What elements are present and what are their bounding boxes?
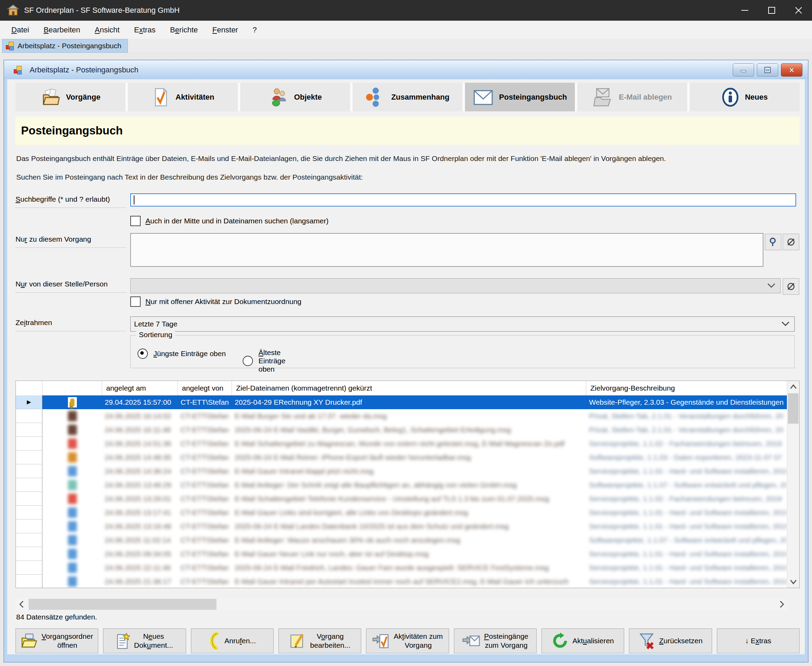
vertical-scroll-thumb[interactable]: [788, 393, 799, 424]
row-selector-cell[interactable]: [16, 437, 43, 450]
cell-angelegt-am: 24.06.2025 16:11:48: [102, 423, 178, 437]
scroll-down-icon[interactable]: [787, 576, 799, 588]
row-selector-cell[interactable]: [16, 547, 43, 561]
tab-vorgaenge[interactable]: Vorgänge: [15, 83, 125, 111]
table-row[interactable]: 24.06.2025 22:11:48 CT-ETT\Stefan 2025-0…: [16, 561, 787, 575]
extras-button[interactable]: ↓ Extras: [717, 628, 800, 653]
row-selector-cell[interactable]: [16, 561, 43, 575]
neues-dokument-button[interactable]: NeuesDokument...: [103, 628, 186, 653]
open-activity-checkbox[interactable]: [130, 297, 141, 307]
row-content[interactable]: 24.06.2025 13:26:01 CT-ETT\Stefan E-Mail…: [43, 492, 787, 506]
aktualisieren-button[interactable]: Aktualisieren: [542, 628, 624, 653]
menu-berichte[interactable]: Berichte: [163, 21, 205, 39]
column-header-ziel-dateinamen[interactable]: Ziel-Dateinamen (kommagetrennt) gekürzt: [232, 381, 586, 396]
inner-maximize-button[interactable]: [757, 63, 778, 76]
column-header-angelegt-am[interactable]: angelegt am: [102, 381, 178, 396]
table-row[interactable]: 24.06.2025 09:34:05 CT-ETT\Stefan E-Mail…: [16, 547, 787, 561]
column-header-icon[interactable]: [43, 381, 102, 396]
vorgang-bearbeiten-button[interactable]: Vorgangbearbeiten...: [278, 628, 361, 653]
menu-hilfe[interactable]: ?: [245, 21, 264, 39]
radio-aelteste-oben[interactable]: [243, 356, 253, 366]
table-row[interactable]: 24.06.2025 14:51:36 CT-ETT\Stefan E-Mail…: [16, 437, 787, 450]
zuruecksetzen-button[interactable]: Zurücksetzen: [629, 628, 712, 653]
horizontal-scrollbar[interactable]: [15, 598, 787, 610]
horizontal-scroll-thumb[interactable]: [29, 599, 216, 610]
row-selector-cell[interactable]: [16, 409, 43, 423]
vorgang-clear-button[interactable]: [783, 234, 799, 250]
row-selector-cell[interactable]: [16, 450, 43, 464]
menu-ansicht[interactable]: Ansicht: [87, 21, 127, 39]
stelle-person-combo[interactable]: [130, 278, 781, 293]
row-selector-cell[interactable]: ►: [16, 396, 43, 409]
table-row[interactable]: 24.06.2025 13:46:29 CT-ETT\Stefan E-Mail…: [16, 478, 787, 492]
tab-posteingangsbuch[interactable]: Posteingangsbuch: [465, 83, 575, 111]
row-selector-cell[interactable]: [16, 575, 43, 588]
row-content[interactable]: 24.06.2025 14:51:36 CT-ETT\Stefan E-Mail…: [43, 437, 787, 450]
minimize-button[interactable]: [731, 0, 758, 21]
row-selector-cell[interactable]: [16, 506, 43, 519]
row-selector-cell[interactable]: [16, 533, 43, 547]
tab-neues[interactable]: Neues: [690, 83, 800, 111]
table-row[interactable]: 24.06.2025 14:36:24 CT-ETT\Stefan E-Mail…: [16, 464, 787, 478]
mdi-tab-arbeitsplatz[interactable]: Arbeitsplatz - Posteingangsbuch: [2, 39, 128, 53]
tab-email-ablegen[interactable]: E-Mail ablegen: [577, 83, 687, 111]
row-type-icon-cell: [43, 437, 102, 450]
vorgangsordner-oeffnen-button[interactable]: Vorgangsordneröffnen: [15, 628, 98, 653]
row-content[interactable]: 24.06.2025 09:34:05 CT-ETT\Stefan E-Mail…: [43, 547, 787, 561]
row-selector-cell[interactable]: [16, 423, 43, 437]
column-header-selector[interactable]: [16, 381, 43, 396]
menu-bearbeiten[interactable]: Bearbeiten: [36, 21, 87, 39]
row-content[interactable]: 24.06.2025 13:46:29 CT-ETT\Stefan E-Mail…: [43, 478, 787, 492]
stelle-clear-button[interactable]: [783, 278, 799, 295]
row-selector-cell[interactable]: [16, 464, 43, 478]
table-row[interactable]: 24.06.2025 16:14:02 CT-ETT\Stefan E-Mail…: [16, 409, 787, 423]
radio-juengste-oben[interactable]: [138, 348, 148, 359]
tab-objekte[interactable]: Objekte: [240, 83, 350, 111]
menu-extras[interactable]: Extras: [127, 21, 163, 39]
scroll-left-icon[interactable]: [15, 598, 27, 610]
menu-fenster[interactable]: Fenster: [205, 21, 245, 39]
vorgang-pick-button[interactable]: [765, 234, 781, 250]
column-header-angelegt-von[interactable]: angelegt von: [178, 381, 232, 396]
row-content[interactable]: 24.06.2025 16:14:02 CT-ETT\Stefan E-Mail…: [43, 409, 787, 423]
table-row[interactable]: ► 29.04.2025 15:57:00 CT-ETT\Stefan 2025…: [16, 396, 787, 409]
posteingaenge-zum-vorgang-button[interactable]: Posteingängezum Vorgang: [454, 628, 537, 653]
scroll-right-icon[interactable]: [776, 598, 787, 610]
search-input[interactable]: [130, 193, 796, 206]
vertical-scrollbar[interactable]: [787, 381, 799, 588]
row-selector-cell[interactable]: [16, 492, 43, 506]
tab-zusammenhang[interactable]: Zusammenhang: [352, 83, 463, 111]
close-button[interactable]: [785, 0, 812, 21]
aktivitaeten-zum-vorgang-button[interactable]: Aktivitäten zumVorgang: [366, 628, 449, 653]
table-row[interactable]: 24.06.2025 13:16:48 CT-ETT\Stefan 2025-0…: [16, 519, 787, 533]
column-header-zielvorgang[interactable]: Zielvorgang-Beschreibung: [586, 381, 787, 396]
row-selector-cell[interactable]: [16, 478, 43, 492]
anrufen-button[interactable]: Anrufen...: [191, 628, 273, 653]
table-row[interactable]: 24.06.2025 14:48:35 CT-ETT\Stefan 2025-0…: [16, 450, 787, 464]
row-content[interactable]: 24.06.2025 13:16:48 CT-ETT\Stefan 2025-0…: [43, 519, 787, 533]
scroll-up-icon[interactable]: [787, 381, 799, 392]
table-row[interactable]: 24.06.2025 13:26:01 CT-ETT\Stefan E-Mail…: [16, 492, 787, 506]
tab-aktivitaeten[interactable]: Aktivitäten: [128, 83, 238, 111]
menu-datei[interactable]: Datei: [4, 21, 36, 39]
vorgang-filter-box[interactable]: [130, 233, 763, 267]
table-row[interactable]: 24.06.2025 21:36:17 CT-ETT\Stefan E-Mail…: [16, 575, 787, 588]
tab-label: Zusammenhang: [391, 93, 450, 102]
zeitrahmen-combo[interactable]: Letzte 7 Tage: [130, 317, 795, 331]
middle-search-checkbox[interactable]: [130, 216, 141, 226]
table-row[interactable]: 24.06.2025 11:02:14 CT-ETT\Stefan E-Mail…: [16, 533, 787, 547]
row-content[interactable]: 24.06.2025 11:02:14 CT-ETT\Stefan E-Mail…: [43, 533, 787, 547]
inner-minimize-button[interactable]: [733, 63, 754, 76]
row-content[interactable]: 24.06.2025 22:11:48 CT-ETT\Stefan 2025-0…: [43, 561, 787, 575]
row-content[interactable]: 29.04.2025 15:57:00 CT-ETT\Stefan 2025-0…: [43, 396, 787, 409]
row-content[interactable]: 24.06.2025 14:36:24 CT-ETT\Stefan E-Mail…: [43, 464, 787, 478]
row-selector-cell[interactable]: [16, 519, 43, 533]
row-content[interactable]: 24.06.2025 16:11:48 CT-ETT\Stefan 2025-0…: [43, 423, 787, 437]
maximize-button[interactable]: [758, 0, 785, 21]
table-row[interactable]: 24.06.2025 13:17:41 CT-ETT\Stefan E-Mail…: [16, 506, 787, 519]
table-row[interactable]: 24.06.2025 16:11:48 CT-ETT\Stefan 2025-0…: [16, 423, 787, 437]
row-content[interactable]: 24.06.2025 14:48:35 CT-ETT\Stefan 2025-0…: [43, 450, 787, 464]
row-content[interactable]: 24.06.2025 21:36:17 CT-ETT\Stefan E-Mail…: [43, 575, 787, 588]
row-content[interactable]: 24.06.2025 13:17:41 CT-ETT\Stefan E-Mail…: [43, 506, 787, 519]
inner-close-button[interactable]: [781, 63, 802, 76]
